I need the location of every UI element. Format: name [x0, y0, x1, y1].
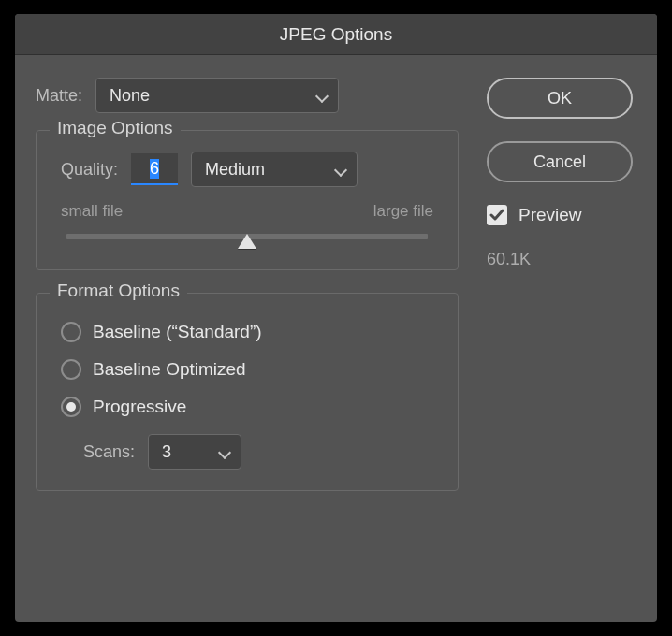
- radio-icon: [61, 397, 81, 417]
- cancel-button-label: Cancel: [533, 152, 586, 172]
- scans-row: Scans: 3: [83, 434, 433, 470]
- dialog-content: Matte: None Image Options Quality: Mediu…: [15, 55, 657, 530]
- format-options-legend: Format Options: [50, 281, 187, 301]
- jpeg-options-dialog: JPEG Options Matte: None Image Options Q…: [15, 14, 657, 622]
- slider-labels: small file large file: [61, 202, 433, 221]
- radio-progressive[interactable]: Progressive: [61, 397, 433, 417]
- chevron-down-icon: [315, 89, 329, 102]
- quality-slider[interactable]: [66, 234, 428, 239]
- radio-icon: [61, 359, 81, 380]
- slider-thumb-icon[interactable]: [238, 234, 256, 249]
- file-size-text: 60.1K: [487, 250, 636, 269]
- radio-label-progressive: Progressive: [93, 397, 186, 417]
- radio-baseline-optimized[interactable]: Baseline Optimized: [61, 359, 433, 380]
- quality-label: Quality:: [61, 160, 118, 180]
- matte-value: None: [110, 86, 150, 106]
- preview-checkbox[interactable]: [487, 205, 507, 225]
- matte-dropdown[interactable]: None: [95, 78, 339, 113]
- radio-label-baseline-optimized: Baseline Optimized: [93, 359, 246, 380]
- quality-row: Quality: Medium: [61, 152, 433, 187]
- quality-preset-dropdown[interactable]: Medium: [191, 152, 358, 187]
- preview-checkbox-row[interactable]: Preview: [487, 205, 636, 225]
- small-file-label: small file: [61, 202, 123, 221]
- ok-button[interactable]: OK: [487, 78, 633, 119]
- scans-label: Scans:: [83, 442, 135, 462]
- preview-label: Preview: [519, 205, 582, 225]
- chevron-down-icon: [334, 163, 347, 176]
- check-icon: [489, 208, 504, 223]
- left-column: Matte: None Image Options Quality: Mediu…: [36, 78, 459, 513]
- chevron-down-icon: [218, 445, 231, 458]
- image-options-legend: Image Options: [50, 118, 181, 138]
- matte-row: Matte: None: [36, 78, 459, 113]
- radio-baseline-standard[interactable]: Baseline (“Standard”): [61, 322, 433, 342]
- quality-input[interactable]: [131, 153, 178, 185]
- ok-button-label: OK: [548, 89, 572, 108]
- titlebar: JPEG Options: [15, 14, 657, 55]
- quality-preset-value: Medium: [205, 160, 265, 180]
- image-options-group: Image Options Quality: Medium small file…: [36, 130, 459, 270]
- scans-value: 3: [162, 442, 171, 462]
- matte-label: Matte:: [36, 86, 82, 106]
- dialog-title: JPEG Options: [280, 24, 392, 45]
- large-file-label: large file: [373, 202, 433, 221]
- radio-label-baseline-standard: Baseline (“Standard”): [93, 322, 262, 342]
- right-column: OK Cancel Preview 60.1K: [487, 78, 636, 513]
- cancel-button[interactable]: Cancel: [487, 141, 633, 182]
- radio-icon: [61, 322, 81, 342]
- scans-dropdown[interactable]: 3: [148, 434, 241, 470]
- format-options-group: Format Options Baseline (“Standard”) Bas…: [36, 293, 459, 491]
